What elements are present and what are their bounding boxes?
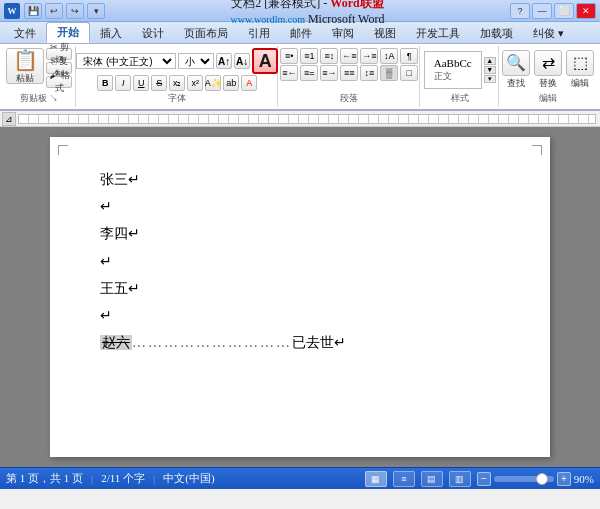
page-info: 第 1 页，共 1 页 bbox=[6, 471, 83, 486]
zoom-track[interactable] bbox=[494, 476, 554, 482]
tab-review[interactable]: 审阅 bbox=[322, 24, 364, 43]
maximize-btn[interactable]: ⬜ bbox=[554, 3, 574, 19]
strikethrough-button[interactable]: S bbox=[151, 75, 167, 91]
shading-button[interactable]: ▒ bbox=[380, 65, 398, 81]
bullet-list-button[interactable]: ≡• bbox=[280, 48, 298, 64]
align-center-button[interactable]: ≡= bbox=[300, 65, 318, 81]
multilevel-list-button[interactable]: ≡↕ bbox=[320, 48, 338, 64]
document-page[interactable]: 张三↵ ↵ 李四↵ ↵ 王五↵ ↵ 赵六…………………………已去世↵ bbox=[50, 137, 550, 457]
text-effect-button[interactable]: A✨ bbox=[205, 75, 221, 91]
fullread-view-btn[interactable]: ≡ bbox=[393, 471, 415, 487]
clear-format-button[interactable]: A bbox=[252, 48, 278, 74]
ribbon-tabs: 文件 开始 插入 设计 页面布局 引用 邮件 审阅 视图 开发工具 加载项 纠俊… bbox=[0, 22, 600, 44]
ruler: ⊿ bbox=[0, 111, 600, 127]
para-label: 段落 bbox=[340, 92, 358, 105]
zoom-percent: 90% bbox=[574, 473, 594, 485]
superscript-button[interactable]: x² bbox=[187, 75, 203, 91]
window-controls: ? — ⬜ ✕ bbox=[510, 3, 596, 19]
underline-button[interactable]: U bbox=[133, 75, 149, 91]
clipboard-sub: ✂ 剪切 ⎘ 复制 🖌 格式 bbox=[46, 48, 72, 88]
tab-mail[interactable]: 邮件 bbox=[280, 24, 322, 43]
zoom-plus-btn[interactable]: + bbox=[557, 472, 571, 486]
big-a-label: A bbox=[259, 51, 272, 72]
paste-label: 粘贴 bbox=[16, 72, 34, 85]
align-left-button[interactable]: ≡← bbox=[280, 65, 298, 81]
tab-layout[interactable]: 页面布局 bbox=[174, 24, 238, 43]
font-color-button[interactable]: A bbox=[241, 75, 257, 91]
line-empty2: ↵ bbox=[100, 249, 500, 274]
styles-label: 样式 bbox=[451, 92, 469, 105]
highlight-button[interactable]: ab bbox=[223, 75, 239, 91]
tab-view[interactable]: 视图 bbox=[364, 24, 406, 43]
styles-gallery[interactable]: AaBbCc正文 bbox=[424, 51, 482, 89]
border-button[interactable]: □ bbox=[400, 65, 418, 81]
justify-button[interactable]: ≡≡ bbox=[340, 65, 358, 81]
brand-text: Word联盟 bbox=[330, 0, 383, 10]
ruler-corner[interactable]: ⊿ bbox=[2, 112, 16, 126]
outline-view-btn[interactable]: ▥ bbox=[449, 471, 471, 487]
empty2-text: ↵ bbox=[100, 254, 112, 269]
help-btn[interactable]: ? bbox=[510, 3, 530, 19]
style-scroll-down[interactable]: ▼ bbox=[484, 66, 496, 74]
ruler-bar bbox=[18, 114, 596, 124]
edit-label: 编辑 bbox=[539, 92, 557, 105]
increase-indent-button[interactable]: →≡ bbox=[360, 48, 378, 64]
tab-file[interactable]: 文件 bbox=[4, 24, 46, 43]
replace-button[interactable]: ⇄ 替换 bbox=[534, 50, 562, 90]
undo-quick-btn[interactable]: ↩ bbox=[45, 3, 63, 19]
line-lisi: 李四↵ bbox=[100, 221, 500, 246]
tab-user[interactable]: 纠俊 ▾ bbox=[523, 24, 574, 43]
font-group: 宋体 (中文正文) 小二 A↑ A↓ A B I U S bbox=[78, 46, 278, 107]
tab-references[interactable]: 引用 bbox=[238, 24, 280, 43]
tab-design[interactable]: 设计 bbox=[132, 24, 174, 43]
status-right: ▦ ≡ ▤ ▥ − + 90% bbox=[365, 471, 594, 487]
tab-developer[interactable]: 开发工具 bbox=[406, 24, 470, 43]
corner-tr bbox=[532, 145, 542, 155]
italic-button[interactable]: I bbox=[115, 75, 131, 91]
format-painter-button[interactable]: 🖌 格式 bbox=[46, 76, 72, 88]
decrease-indent-button[interactable]: ←≡ bbox=[340, 48, 358, 64]
redo-quick-btn[interactable]: ↪ bbox=[66, 3, 84, 19]
select-button[interactable]: ⬚ 编辑 bbox=[566, 50, 594, 90]
zoom-minus-btn[interactable]: − bbox=[477, 472, 491, 486]
document-area[interactable]: 张三↵ ↵ 李四↵ ↵ 王五↵ ↵ 赵六…………………………已去世↵ bbox=[0, 127, 600, 467]
subscript-button[interactable]: x₂ bbox=[169, 75, 185, 91]
close-btn[interactable]: ✕ bbox=[576, 3, 596, 19]
paste-button[interactable]: 📋 粘贴 bbox=[6, 48, 44, 84]
tab-home[interactable]: 开始 bbox=[46, 22, 90, 43]
print-view-btn[interactable]: ▦ bbox=[365, 471, 387, 487]
find-button[interactable]: 🔍 查找 bbox=[502, 50, 530, 90]
font-name-select[interactable]: 宋体 (中文正文) bbox=[76, 53, 176, 69]
font-row1: 宋体 (中文正文) 小二 A↑ A↓ A bbox=[76, 48, 278, 74]
tab-insert[interactable]: 插入 bbox=[90, 24, 132, 43]
tab-addins[interactable]: 加载项 bbox=[470, 24, 523, 43]
font-size-select[interactable]: 小二 bbox=[178, 53, 214, 69]
font-shrink-button[interactable]: A↓ bbox=[234, 53, 250, 69]
show-marks-button[interactable]: ¶ bbox=[400, 48, 418, 64]
line-zhangsan: 张三↵ bbox=[100, 167, 500, 192]
empty3-text: ↵ bbox=[100, 308, 112, 323]
line-spacing-button[interactable]: ↕≡ bbox=[360, 65, 378, 81]
font-label: 字体 bbox=[168, 92, 186, 105]
dotted-leader: ………………………… bbox=[132, 335, 292, 350]
sort-button[interactable]: ↕A bbox=[380, 48, 398, 64]
font-grow-button[interactable]: A↑ bbox=[216, 53, 232, 69]
numbered-list-button[interactable]: ≡1 bbox=[300, 48, 318, 64]
style-expand[interactable]: ▾ bbox=[484, 75, 496, 83]
para-row2: ≡← ≡= ≡→ ≡≡ ↕≡ ▒ □ bbox=[280, 65, 418, 81]
ribbon: 📋 粘贴 ✂ 剪切 ⎘ 复制 🖌 格式 剪贴板 ↘ 宋体 (中文正文) bbox=[0, 44, 600, 111]
web-view-btn[interactable]: ▤ bbox=[421, 471, 443, 487]
align-right-button[interactable]: ≡→ bbox=[320, 65, 338, 81]
bold-button[interactable]: B bbox=[97, 75, 113, 91]
customize-quick-btn[interactable]: ▾ bbox=[87, 3, 105, 19]
style-scroll-up[interactable]: ▲ bbox=[484, 57, 496, 65]
clipboard-label: 剪贴板 ↘ bbox=[20, 92, 58, 105]
corner-tl bbox=[58, 145, 68, 155]
save-quick-btn[interactable]: 💾 bbox=[24, 3, 42, 19]
title-text: 文档2 [兼容模式] - Word联盟 www.wordlm.com Micro… bbox=[105, 0, 510, 27]
line-wangwu: 王五↵ bbox=[100, 276, 500, 301]
minimize-btn[interactable]: — bbox=[532, 3, 552, 19]
find-label: 查找 bbox=[507, 77, 525, 90]
font-content: 宋体 (中文正文) 小二 A↑ A↓ A B I U S bbox=[76, 48, 278, 91]
zoom-thumb bbox=[536, 473, 548, 485]
